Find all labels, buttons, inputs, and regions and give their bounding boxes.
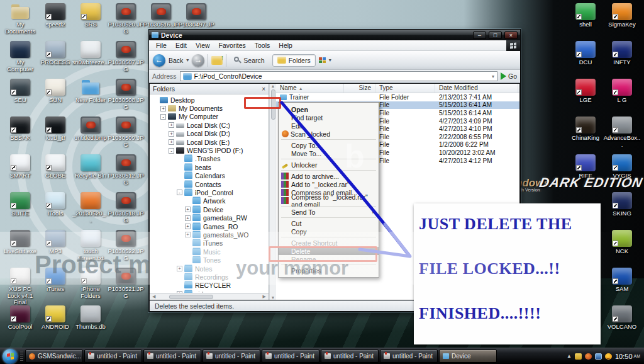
desktop-icon-sam[interactable]: SAM: [604, 267, 640, 305]
maximize-button[interactable]: □: [489, 31, 502, 39]
desktop-icon-livesuit-exe[interactable]: LiveSuit.exe: [3, 229, 38, 267]
tree-item-artwork[interactable]: Artwork: [150, 197, 269, 205]
start-button[interactable]: [3, 349, 18, 364]
desktop-icon-process[interactable]: PROCESS: [38, 40, 73, 78]
tree-item-desktop[interactable]: Desktop: [150, 96, 269, 104]
expander-minus-icon[interactable]: -: [177, 190, 182, 195]
tray-expand-icon[interactable]: ▲: [567, 353, 572, 359]
tree-item-calendars[interactable]: Calendars: [150, 172, 269, 180]
scroll-down-icon[interactable]: ▼: [271, 295, 275, 300]
tree-item-local-disk-d[interactable]: +Local Disk (D:): [150, 130, 269, 138]
desktop-icon-suite[interactable]: SUITE: [3, 191, 38, 229]
menu-item-create-shortcut[interactable]: Create Shortcut: [279, 239, 379, 247]
tray-folder-icon[interactable]: [575, 353, 582, 360]
expander-plus-icon[interactable]: +: [177, 266, 182, 271]
expander-plus-icon[interactable]: +: [169, 139, 174, 145]
desktop-icon-20130520[interactable]: _20130520_...: [73, 191, 108, 229]
go-button[interactable]: Go: [501, 72, 517, 80]
menu-item-open[interactable]: Open: [279, 105, 379, 113]
expander-plus-icon[interactable]: +: [185, 232, 191, 237]
expander-plus-icon[interactable]: +: [177, 291, 182, 293]
desktop-icon-p1030512-jpg[interactable]: P1030512.JPG: [108, 154, 143, 191]
scroll-right-icon[interactable]: ▶: [260, 294, 269, 299]
taskbar-button-untitled-paint[interactable]: untitled - Paint: [84, 350, 142, 363]
expander-plus-icon[interactable]: +: [185, 207, 191, 212]
up-button[interactable]: [211, 56, 223, 65]
views-icon[interactable]: [319, 57, 326, 63]
expander-plus-icon[interactable]: +: [169, 131, 174, 137]
taskbar-button-untitled-paint[interactable]: untitled - Paint: [203, 350, 260, 363]
desktop-icon-xus-pc-lock-v4-1-final[interactable]: XUS PC Lock v4.1 Final: [3, 267, 38, 305]
desktop-icon-new-folder[interactable]: New Folder: [73, 78, 108, 116]
desktop-icon-srs[interactable]: SRS: [73, 3, 108, 40]
expander-plus-icon[interactable]: +: [169, 122, 174, 128]
back-dropdown-icon[interactable]: ▾: [186, 57, 189, 63]
menu-item-move-to[interactable]: Move To...: [279, 149, 379, 157]
desktop-icon-p1030509-jpg[interactable]: P1030509.JPG: [108, 116, 143, 154]
tree-item-beats[interactable]: beats: [150, 163, 269, 171]
folders-close-icon[interactable]: ×: [262, 86, 265, 93]
scroll-left-icon[interactable]: ◀: [150, 294, 158, 299]
tree-item-gamestats-wo[interactable]: +gamestats_WO: [150, 230, 269, 239]
desktop-icon-sigmakey[interactable]: SigmaKey: [604, 3, 640, 40]
menu-item-edit[interactable]: Edit..: [279, 122, 379, 130]
taskbar-button-device[interactable]: Device: [439, 350, 497, 363]
menu-item-rename[interactable]: Rename: [279, 255, 379, 263]
menu-item-copy[interactable]: Copy: [279, 227, 379, 236]
address-dropdown-icon[interactable]: ▾: [492, 74, 494, 79]
menu-item-add-to-locked-rar[interactable]: Add to "_locked.rar": [279, 180, 379, 188]
desktop-icon-sn0wbreeze[interactable]: sn0wbreeze...: [73, 40, 108, 78]
desktop-icon-speed2[interactable]: speed2: [38, 3, 73, 40]
desktop-icon-riff[interactable]: RIFF: [567, 154, 604, 191]
tray-ball-icon[interactable]: [585, 353, 592, 360]
desktop-icon-l-g[interactable]: L G: [604, 78, 640, 116]
menu-item-add-to-archive[interactable]: Add to archive...: [279, 172, 379, 180]
desktop-icon-chinaking[interactable]: ChinaKing: [567, 116, 604, 154]
desktop-icon-globe[interactable]: GLOBE: [38, 154, 73, 191]
desktop-icon-nck[interactable]: NCK: [604, 229, 640, 267]
tree-item-games-ro[interactable]: +Games_RO: [150, 222, 269, 230]
file-row-trainer[interactable]: TrainerFile Folder2/13/2013 7:41 AM: [276, 93, 519, 101]
tree-item-my-documents[interactable]: +My Documents: [150, 104, 269, 112]
menu-tools[interactable]: Tools: [250, 41, 275, 50]
tree-item-device[interactable]: +Device: [150, 205, 269, 213]
menu-item-copy-to[interactable]: Copy To...: [279, 141, 379, 149]
taskbar-button-untitled-paint[interactable]: untitled - Paint: [143, 350, 201, 363]
desktop-icon-advancebox[interactable]: AdvanceBox...: [604, 116, 640, 154]
desktop-icon-load-jt[interactable]: load_jt!: [38, 116, 73, 154]
tree-item-itunes[interactable]: iTunes: [150, 239, 269, 247]
desktop-icon-p1030521-jpg[interactable]: P1030521.JPG: [108, 267, 143, 305]
desktop-icon-android[interactable]: ANDROID: [38, 305, 73, 343]
menu-item-compress-to-locked-rar-and-email[interactable]: Compress to "_locked.rar" and email: [279, 196, 379, 205]
expander-minus-icon[interactable]: -: [160, 114, 166, 120]
desktop-icon-dcu[interactable]: DCU: [567, 40, 604, 78]
back-button[interactable]: ←: [153, 54, 165, 67]
address-input[interactable]: F:\iPod_Control\Device ▾: [180, 71, 497, 81]
desktop-icon-thumbs-db[interactable]: Thumbs.db: [73, 305, 108, 343]
expander-minus-icon[interactable]: -: [169, 148, 174, 154]
tree-item-recordings[interactable]: Recordings: [150, 273, 269, 281]
column-header-name[interactable]: Name▲: [276, 84, 344, 93]
desktop-icon-mp3[interactable]: MP3: [38, 229, 73, 267]
tree-item-notes[interactable]: +Notes: [150, 264, 269, 273]
folders-button[interactable]: Folders: [272, 54, 316, 67]
desktop-icon-my-documents[interactable]: My Documents: [3, 3, 38, 40]
desktop-icon-recycle-bin[interactable]: Recycle Bin: [73, 154, 108, 191]
menu-item-send-to[interactable]: Send To▸: [279, 208, 379, 216]
tree-item-ipod-control[interactable]: -iPod_Control: [150, 188, 269, 196]
forward-button[interactable]: →: [192, 54, 204, 67]
desktop-icon-coolpool[interactable]: CoolPool: [3, 305, 38, 343]
column-header-type[interactable]: Type: [375, 84, 435, 93]
taskbar-button-untitled-paint[interactable]: untitled - Paint: [262, 350, 319, 363]
menu-file[interactable]: File: [152, 41, 171, 50]
column-header-size[interactable]: Size: [344, 84, 375, 93]
desktop-icon-lge[interactable]: LGE: [567, 78, 604, 116]
menu-item-properties[interactable]: Properties: [279, 266, 379, 275]
menu-help[interactable]: Help: [274, 41, 297, 50]
tree-item-tones[interactable]: Tones: [150, 256, 269, 264]
desktop-icon-my-computer[interactable]: My Computer: [3, 40, 38, 78]
desktop-icon-untitled-bmp[interactable]: untitled.bmp: [73, 116, 108, 154]
expander-plus-icon[interactable]: +: [160, 106, 166, 111]
menu-favorites[interactable]: Favorites: [214, 41, 250, 50]
tree-item-contacts[interactable]: Contacts: [150, 180, 269, 188]
